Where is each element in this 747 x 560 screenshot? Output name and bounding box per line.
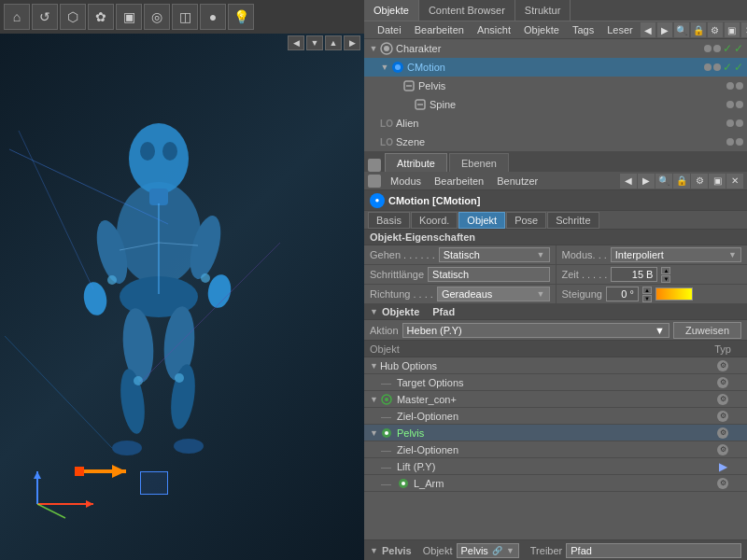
attr-lock[interactable]: 🔒 [673, 174, 690, 189]
objekte-pfad-header: ▼ Objekte Pfad [364, 304, 747, 320]
nav-up-btn[interactable]: ▲ [325, 35, 342, 50]
row-lift-py[interactable]: — Lift (P.Y) ▶ [364, 458, 747, 475]
prop-left-gehen: Gehen . . . . . . Statisch ▼ [364, 245, 557, 264]
tree-item-pelvis[interactable]: Pelvis [364, 77, 747, 95]
expand-szene[interactable] [368, 136, 379, 147]
row-ziel-optionen-1[interactable]: — Ziel-Optionen ⚙ [364, 408, 747, 425]
tab-struktur[interactable]: Struktur [515, 0, 571, 21]
tree-item-spine[interactable]: Spine [364, 95, 747, 114]
subtab-koord[interactable]: Koord. [411, 212, 458, 229]
expand-master[interactable]: ▼ [370, 395, 378, 404]
svg-point-38 [395, 64, 401, 70]
attr-nav-left[interactable]: ◀ [620, 174, 637, 189]
row-target-options[interactable]: — Target Options ⚙ [364, 374, 747, 391]
toolbar-split-btn[interactable]: ◫ [172, 4, 198, 30]
tab-objekte[interactable]: Objekte [364, 0, 419, 21]
attr-modus[interactable]: Modus [385, 175, 427, 188]
dropdown-schrittlaenge[interactable]: Statisch [428, 267, 549, 282]
menu-ansicht[interactable]: Ansicht [472, 23, 516, 36]
tree-item-charakter[interactable]: ▼ Charakter ✓ ✓ [364, 39, 747, 58]
expand-hub[interactable]: ▼ [370, 361, 378, 371]
toolbar-light-btn[interactable]: 💡 [228, 4, 254, 30]
status-objekt-value[interactable]: Pelvis 🔗 ▼ [457, 543, 519, 558]
menu-objekte[interactable]: Objekte [518, 23, 565, 36]
svg-point-17 [201, 273, 210, 283]
attr-nav-right[interactable]: ▶ [638, 174, 655, 189]
tree-item-szene[interactable]: LO Szene [364, 133, 747, 151]
expand-cmotion[interactable]: ▼ [379, 62, 390, 73]
attr-grid[interactable]: ▣ [709, 174, 726, 189]
icon-szene: LO [379, 134, 394, 149]
object-title-bar: ● CMotion [CMotion] [364, 190, 747, 211]
attr-benutzer[interactable]: Benutzer [491, 175, 543, 188]
menu-search[interactable]: 🔍 [674, 22, 689, 37]
tab-content-browser[interactable]: Content Browser [419, 0, 515, 21]
dots-pelvis [726, 82, 747, 90]
field-zeit[interactable]: 15 B [611, 267, 657, 282]
label-spine: Spine [430, 99, 726, 110]
menu-close[interactable]: ✕ [741, 22, 747, 37]
dots-charakter: ✓ ✓ [704, 42, 747, 55]
toolbar-circle-btn[interactable]: ◎ [144, 4, 170, 30]
subtab-schritte[interactable]: Schritte [547, 212, 599, 229]
menu-nav-right[interactable]: ▶ [657, 22, 672, 37]
menu-gear[interactable]: ⚙ [708, 22, 723, 37]
attr-gear[interactable]: ⚙ [691, 174, 708, 189]
toolbar-dot-btn[interactable]: ● [200, 4, 226, 30]
subtab-objekt[interactable]: Objekt [458, 212, 505, 229]
menu-grid[interactable]: ▣ [725, 22, 740, 37]
row-pelvis[interactable]: ▼ Pelvis ⚙ [364, 425, 747, 441]
row-ziel-optionen-2[interactable]: — Ziel-Optionen ⚙ [364, 441, 747, 458]
zeit-up[interactable]: ▲ [661, 267, 670, 274]
dropdown-gehen[interactable]: Statisch ▼ [439, 247, 550, 262]
field-steigung[interactable]: 0 ° [606, 287, 639, 301]
row-hub-options[interactable]: ▼ Hub Options ⚙ [364, 357, 747, 374]
menu-datei[interactable]: Datei [372, 23, 407, 36]
row-master-con[interactable]: ▼ Master_con+ ⚙ [364, 391, 747, 408]
attr-search[interactable]: 🔍 [655, 174, 672, 189]
menu-lock[interactable]: 🔒 [691, 22, 706, 37]
nav-down-btn[interactable]: ▶ [344, 35, 360, 50]
expand-spine[interactable] [402, 99, 413, 110]
tab-ebenen[interactable]: Ebenen [449, 153, 509, 172]
toolbar-rotate-btn[interactable]: ↺ [32, 4, 58, 30]
status-treiber-dropdown[interactable]: Pfad [566, 543, 741, 558]
lift-py-typ: ▶ [704, 460, 741, 473]
expand-charakter[interactable]: ▼ [368, 43, 379, 54]
nav-left-btn[interactable]: ◀ [288, 35, 304, 50]
toolbar-flower-btn[interactable]: ✿ [88, 4, 114, 30]
row-l-arm[interactable]: — L_Arm ⚙ [364, 475, 747, 492]
gear-master: ⚙ [717, 394, 728, 405]
prop-right-modus: Modus. . . Interpoliert ▼ [557, 245, 748, 264]
expand-pelvis-row[interactable]: ▼ [370, 428, 378, 438]
dropdown-richtung[interactable]: Geradeaus ▼ [437, 287, 550, 301]
subtab-basis[interactable]: Basis [368, 212, 410, 229]
aktion-value: Heben (P.Y) [407, 325, 462, 336]
dot1 [726, 82, 734, 90]
steigung-up[interactable]: ▲ [642, 287, 652, 294]
menu-bearbeiten[interactable]: Bearbeiten [409, 23, 470, 36]
menu-nav-left[interactable]: ◀ [641, 22, 655, 37]
expand-pelvis[interactable] [390, 80, 402, 91]
viewport[interactable]: ⌂ ↺ ⬡ ✿ ▣ ◎ ◫ ● 💡 ◀ ▼ ▲ ▶ [0, 0, 364, 560]
tree-item-alien[interactable]: LO Alien [364, 114, 747, 133]
attr-bearbeiten[interactable]: Bearbeiten [429, 175, 489, 188]
label-modus: Modus. . . [562, 249, 607, 260]
menu-leser[interactable]: Leser [601, 23, 639, 36]
toolbar-grid-btn[interactable]: ▣ [116, 4, 142, 30]
toolbar-home-btn[interactable]: ⌂ [4, 4, 30, 30]
attr-close[interactable]: ✕ [726, 174, 743, 189]
aktion-dropdown[interactable]: Heben (P.Y) ▼ [402, 323, 669, 338]
subtab-pose[interactable]: Pose [506, 212, 546, 229]
zuweisen-button[interactable]: Zuweisen [673, 322, 741, 339]
menu-tags[interactable]: Tags [567, 23, 599, 36]
tree-item-cmotion[interactable]: ▼ CMotion ✓ ✓ [364, 58, 747, 77]
expand-alien[interactable] [368, 118, 379, 129]
toolbar-hex-btn[interactable]: ⬡ [60, 4, 86, 30]
steigung-down[interactable]: ▼ [642, 295, 652, 302]
zeit-down[interactable]: ▼ [661, 275, 670, 283]
status-treiber-value: Pfad [571, 545, 592, 556]
tab-attribute[interactable]: Attribute [385, 153, 447, 172]
dropdown-modus[interactable]: Interpoliert ▼ [611, 247, 741, 262]
nav-right-btn[interactable]: ▼ [306, 35, 323, 50]
